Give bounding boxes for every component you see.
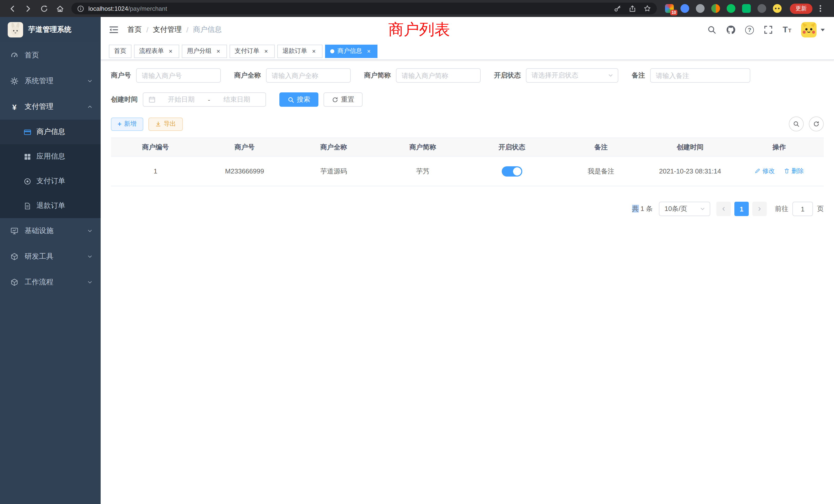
chevron-down-icon bbox=[608, 72, 614, 78]
navbar: 首页 / 支付管理 / 商户信息 商户列表 ? TT bbox=[101, 17, 834, 43]
delete-label: 删除 bbox=[791, 167, 804, 176]
bookmark-star-icon[interactable] bbox=[643, 5, 651, 12]
breadcrumb-payment[interactable]: 支付管理 bbox=[153, 25, 182, 35]
extension-icon[interactable] bbox=[711, 4, 720, 13]
start-date-placeholder: 开始日期 bbox=[158, 95, 205, 104]
sidebar-logo[interactable]: 芋道管理系统 bbox=[0, 17, 101, 43]
sidebar-item-pay-order[interactable]: 支付订单 bbox=[0, 169, 101, 193]
sidebar-item-label: 研发工具 bbox=[25, 252, 53, 261]
sidebar-item-dev-tools[interactable]: 研发工具 bbox=[0, 244, 101, 270]
merchant-full-name-input[interactable] bbox=[266, 68, 351, 83]
sidebar: 芋道管理系统 首页 系统管理 ¥ 支付管理 bbox=[0, 17, 101, 504]
tab-pay-order[interactable]: 支付订单× bbox=[229, 44, 275, 58]
sidebar-item-merchant-info[interactable]: 商户信息 bbox=[0, 120, 101, 144]
close-icon[interactable]: × bbox=[215, 47, 222, 55]
sidebar-item-app-info[interactable]: 应用信息 bbox=[0, 144, 101, 169]
export-button[interactable]: 导出 bbox=[148, 117, 182, 131]
hamburger-icon[interactable] bbox=[109, 26, 118, 34]
avatar-extension-icon[interactable] bbox=[773, 4, 782, 13]
goto-page-input[interactable] bbox=[792, 202, 813, 216]
chevron-left-icon bbox=[721, 206, 727, 212]
url-bar[interactable]: localhost:1024/pay/merchant bbox=[71, 3, 657, 14]
search-icon bbox=[288, 96, 294, 103]
home-icon[interactable] bbox=[56, 4, 64, 13]
remark-input[interactable] bbox=[650, 68, 750, 83]
close-icon[interactable]: × bbox=[262, 47, 270, 55]
field-merchant-no: 商户号 bbox=[111, 68, 221, 83]
search-icon[interactable] bbox=[707, 25, 717, 35]
refresh-table-button[interactable] bbox=[809, 116, 824, 131]
tab-home[interactable]: 首页 bbox=[109, 44, 131, 58]
sidebar-submenu-payment: 商户信息 应用信息 支付订单 退款订单 bbox=[0, 120, 101, 218]
tab-merchant-info[interactable]: 商户信息× bbox=[325, 44, 377, 58]
monitor-icon bbox=[10, 227, 19, 235]
extension-icon[interactable] bbox=[680, 4, 689, 13]
search-button-label: 搜索 bbox=[297, 95, 310, 104]
sidebar-item-label: 基础设施 bbox=[25, 226, 53, 235]
github-icon[interactable] bbox=[726, 25, 736, 35]
back-icon[interactable] bbox=[8, 4, 17, 13]
add-button[interactable]: + 新增 bbox=[111, 117, 143, 131]
reload-icon[interactable] bbox=[40, 4, 48, 13]
sidebar-item-workflow[interactable]: 工作流程 bbox=[0, 270, 101, 295]
close-icon[interactable]: × bbox=[365, 47, 372, 55]
merchant-no-input[interactable] bbox=[136, 68, 221, 83]
merchant-short-name-input[interactable] bbox=[396, 68, 481, 83]
app-frame: 芋道管理系统 首页 系统管理 ¥ 支付管理 bbox=[0, 17, 834, 504]
tab-label: 支付订单 bbox=[235, 47, 259, 55]
extension-icon[interactable] bbox=[696, 4, 705, 13]
user-avatar-menu[interactable] bbox=[801, 22, 825, 38]
sidebar-item-label: 首页 bbox=[25, 51, 39, 60]
end-date-placeholder: 结束日期 bbox=[213, 95, 260, 104]
tab-user-group[interactable]: 用户分组× bbox=[182, 44, 227, 58]
field-remark: 备注 bbox=[632, 68, 750, 83]
calendar-icon bbox=[148, 96, 156, 103]
prev-page-button[interactable] bbox=[717, 202, 731, 216]
close-icon[interactable]: × bbox=[167, 47, 174, 55]
tabs-bar: 首页 流程表单× 用户分组× 支付订单× 退款订单× 商户信息× bbox=[101, 43, 834, 60]
status-select[interactable]: 请选择开启状态 bbox=[526, 68, 618, 83]
sidebar-item-system[interactable]: 系统管理 bbox=[0, 68, 101, 94]
sidebar-item-payment[interactable]: ¥ 支付管理 bbox=[0, 94, 101, 120]
sidebar-item-refund-order[interactable]: 退款订单 bbox=[0, 193, 101, 218]
page-size-select[interactable]: 10条/页 bbox=[659, 202, 710, 216]
next-page-button[interactable] bbox=[752, 202, 767, 216]
hide-search-button[interactable] bbox=[789, 116, 804, 131]
close-icon[interactable]: × bbox=[310, 47, 317, 55]
help-icon[interactable]: ? bbox=[745, 25, 754, 34]
share-icon[interactable] bbox=[629, 5, 636, 12]
extension-icon[interactable] bbox=[727, 4, 736, 13]
site-info-icon[interactable] bbox=[77, 5, 84, 12]
sidebar-item-label: 支付管理 bbox=[25, 102, 53, 111]
fullscreen-icon[interactable] bbox=[764, 25, 773, 35]
red-annotation-text: 商户列表 bbox=[388, 19, 450, 40]
sidebar-item-infrastructure[interactable]: 基础设施 bbox=[0, 218, 101, 244]
font-size-icon[interactable]: TT bbox=[783, 25, 791, 35]
url-path-text: /pay/merchant bbox=[128, 5, 167, 12]
status-toggle[interactable] bbox=[502, 166, 522, 176]
page-number-button[interactable]: 1 bbox=[734, 202, 749, 216]
forward-icon[interactable] bbox=[24, 4, 32, 13]
passwords-key-icon[interactable] bbox=[614, 5, 621, 12]
avatar bbox=[801, 22, 816, 38]
extension-icon[interactable]: 10 bbox=[665, 4, 674, 13]
search-button[interactable]: 搜索 bbox=[279, 92, 319, 107]
date-range-picker[interactable]: 开始日期 - 结束日期 bbox=[143, 92, 266, 107]
browser-update-button[interactable]: 更新 bbox=[790, 3, 812, 14]
sidebar-item-home[interactable]: 首页 bbox=[0, 43, 101, 68]
main-area: 首页 / 支付管理 / 商户信息 商户列表 ? TT bbox=[101, 17, 834, 504]
select-placeholder: 请选择开启状态 bbox=[531, 71, 608, 80]
extension-icon[interactable] bbox=[742, 4, 751, 13]
browser-menu-icon[interactable] bbox=[820, 8, 821, 9]
page-content: 商户号 商户全称 商户简称 开启状态 请选择开启状态 bbox=[101, 60, 834, 504]
tab-refund-order[interactable]: 退款订单× bbox=[277, 44, 323, 58]
tab-process-form[interactable]: 流程表单× bbox=[134, 44, 179, 58]
edit-link[interactable]: 修改 bbox=[755, 167, 775, 176]
sidebar-menu: 首页 系统管理 ¥ 支付管理 商户信息 bbox=[0, 43, 101, 504]
delete-link[interactable]: 删除 bbox=[784, 167, 804, 176]
field-label: 备注 bbox=[632, 71, 645, 80]
breadcrumb-home[interactable]: 首页 bbox=[127, 25, 142, 35]
reset-button[interactable]: 重置 bbox=[324, 92, 363, 107]
goto-suffix: 页 bbox=[817, 204, 824, 213]
extension-icon[interactable] bbox=[758, 4, 766, 13]
